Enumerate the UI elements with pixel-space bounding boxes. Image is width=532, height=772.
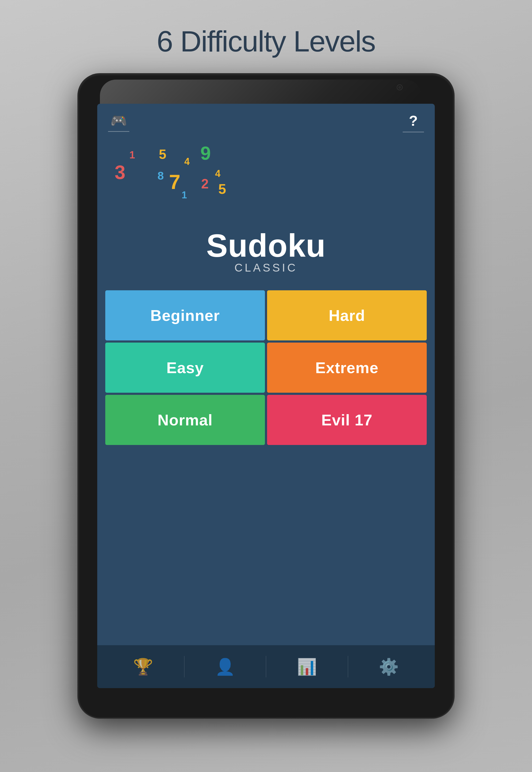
profile-icon: 👤 [215, 657, 235, 676]
float-num-1: 1 [129, 149, 135, 161]
stats-icon: 📊 [297, 657, 317, 676]
bottom-nav: 🏆 👤 📊 ⚙️ [97, 645, 435, 688]
float-num-8: 7 [169, 170, 180, 193]
profile-nav[interactable]: 👤 [185, 645, 266, 688]
float-num-9: 2 [201, 176, 209, 192]
normal-button[interactable]: Normal [105, 395, 265, 445]
hard-button[interactable]: Hard [267, 290, 427, 340]
app-sub-title: CLASSIC [97, 261, 435, 274]
app-main-title: Sudoku [97, 227, 435, 264]
easy-button[interactable]: Easy [105, 342, 265, 393]
top-bar: 🎮 ? [97, 104, 435, 133]
settings-icon: ⚙️ [379, 657, 399, 676]
tablet-shell: 🎮 ? 1 3 5 8 4 9 4 7 2 5 1 [78, 74, 454, 718]
float-num-11: 1 [182, 189, 187, 201]
floating-numbers-area: 1 3 5 8 4 9 4 7 2 5 1 [97, 141, 435, 232]
stats-nav[interactable]: 📊 [266, 645, 348, 688]
float-num-4: 8 [158, 169, 164, 182]
difficulty-grid: Beginner Hard Easy Extreme Normal Evil 1… [105, 290, 427, 445]
trophy-icon: 🏆 [133, 657, 153, 676]
help-icon: ? [409, 112, 418, 129]
extreme-button[interactable]: Extreme [267, 342, 427, 393]
float-num-6: 9 [200, 143, 211, 164]
top-bar-left[interactable]: 🎮 [108, 113, 129, 132]
float-num-10: 5 [218, 181, 226, 197]
camera-icon [397, 84, 403, 90]
page-title: 6 Difficulty Levels [157, 24, 375, 58]
float-num-7: 4 [215, 168, 220, 179]
tablet-screen: 🎮 ? 1 3 5 8 4 9 4 7 2 5 1 [97, 104, 435, 688]
tablet-device: 🎮 ? 1 3 5 8 4 9 4 7 2 5 1 [78, 74, 454, 718]
evil17-button[interactable]: Evil 17 [267, 395, 427, 445]
beginner-button[interactable]: Beginner [105, 290, 265, 340]
float-num-5: 4 [184, 156, 190, 167]
float-num-2: 3 [115, 161, 125, 183]
gamepad-icon: 🎮 [110, 113, 127, 128]
right-indicator [403, 132, 424, 132]
left-indicator [108, 131, 129, 132]
top-bar-right[interactable]: ? [403, 112, 424, 132]
settings-nav[interactable]: ⚙️ [348, 645, 430, 688]
app-title-block: Sudoku CLASSIC [97, 227, 435, 274]
trophy-nav[interactable]: 🏆 [103, 645, 184, 688]
float-num-3: 5 [159, 147, 166, 162]
